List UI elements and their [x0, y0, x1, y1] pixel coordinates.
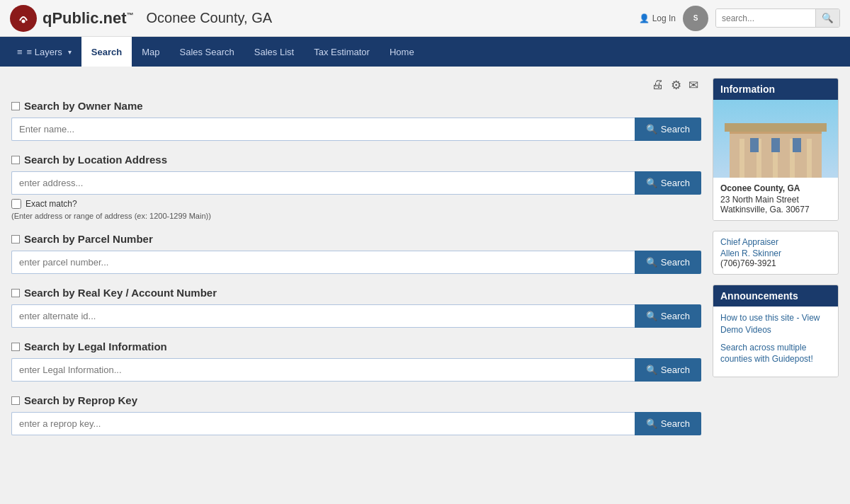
search-icon-2: 🔍: [646, 178, 657, 188]
main-layout: 🖨 ⚙ ✉ Search by Owner Name 🔍 Search Se: [0, 67, 850, 459]
county-address2: Watkinsville, Ga. 30677: [720, 205, 810, 214]
county-name: Oconee County, GA: [720, 183, 831, 193]
exact-match-checkbox[interactable]: [11, 199, 21, 209]
legal-info-header: Search by Legal Information: [11, 340, 701, 353]
reprop-key-header: Search by Reprop Key: [11, 394, 701, 406]
legal-info-title: Search by Legal Information: [24, 340, 167, 353]
exact-match-row: Exact match?: [11, 199, 701, 209]
legal-info-toggle[interactable]: [11, 343, 20, 351]
chevron-down-icon: ▾: [68, 48, 72, 56]
search-icon-6: 🔍: [646, 418, 657, 429]
reprop-key-title: Search by Reprop Key: [24, 394, 137, 406]
owner-name-input-row: 🔍 Search: [11, 118, 701, 141]
location-address-input[interactable]: [11, 171, 635, 195]
schneider-logo: S: [683, 6, 708, 31]
location-address-title: Search by Location Address: [24, 154, 167, 166]
header-search-input[interactable]: [716, 9, 815, 27]
location-address-toggle[interactable]: [11, 156, 20, 164]
logo-text: qPublic.net™: [42, 9, 134, 28]
nav-search[interactable]: Search: [81, 37, 132, 67]
logo-area: qPublic.net™: [10, 5, 134, 32]
appraiser-box: Chief Appraiser Allen R. Skinner (706)76…: [713, 231, 839, 275]
legal-info-input-row: 🔍 Search: [11, 358, 701, 382]
location-address-input-row: 🔍 Search: [11, 171, 701, 195]
header-right: 👤 Log In S 🔍: [639, 6, 840, 31]
logo-icon: [10, 5, 37, 32]
announcements-body: How to use this site - View Demo Videos …: [713, 307, 838, 377]
announcements-header: Announcements: [713, 285, 838, 307]
parcel-number-section: Search by Parcel Number 🔍 Search: [11, 233, 701, 274]
nav-bar: ≡ ≡ Layers ▾ Search Map Sales Search Sal…: [0, 37, 850, 67]
top-header: qPublic.net™ Oconee County, GA 👤 Log In …: [0, 0, 850, 37]
owner-name-title: Search by Owner Name: [24, 100, 143, 112]
svg-point-0: [16, 11, 30, 25]
search-icon-4: 🔍: [646, 311, 657, 321]
settings-icon[interactable]: ⚙: [671, 78, 681, 93]
parcel-number-input-row: 🔍 Search: [11, 251, 701, 274]
reprop-key-input[interactable]: [11, 412, 635, 435]
header-search-button[interactable]: 🔍: [815, 9, 839, 27]
left-content: 🖨 ⚙ ✉ Search by Owner Name 🔍 Search Se: [11, 78, 701, 448]
legal-info-search-button[interactable]: 🔍 Search: [635, 358, 701, 382]
location-address-search-button[interactable]: 🔍 Search: [635, 171, 701, 195]
address-hint: (Enter address or range of address (ex: …: [11, 212, 701, 220]
location-address-header: Search by Location Address: [11, 154, 701, 166]
nav-home[interactable]: Home: [380, 37, 424, 67]
owner-name-search-button[interactable]: 🔍 Search: [635, 118, 701, 141]
county-building-image: [713, 100, 838, 178]
nav-layers-button[interactable]: ≡ ≡ Layers ▾: [7, 37, 81, 67]
real-key-input[interactable]: [11, 304, 635, 328]
layers-label: ≡ Layers: [27, 47, 62, 57]
county-address1: 23 North Main Street: [720, 195, 799, 205]
owner-name-section: Search by Owner Name 🔍 Search: [11, 100, 701, 141]
header-search: 🔍: [715, 8, 840, 28]
search-icon-5: 🔍: [646, 365, 657, 375]
announcements-box: Announcements How to use this site - Vie…: [713, 285, 839, 377]
reprop-key-search-button[interactable]: 🔍 Search: [635, 412, 701, 435]
real-key-search-button[interactable]: 🔍 Search: [635, 304, 701, 328]
real-key-toggle[interactable]: [11, 289, 20, 297]
exact-match-label: Exact match?: [26, 199, 77, 209]
info-box: Information: [713, 78, 839, 221]
search-icon-3: 🔍: [646, 257, 657, 268]
county-title: Oconee County, GA: [147, 10, 273, 26]
reprop-key-section: Search by Reprop Key 🔍 Search: [11, 394, 701, 435]
info-header: Information: [713, 79, 838, 100]
owner-name-toggle[interactable]: [11, 102, 20, 110]
parcel-number-search-button[interactable]: 🔍 Search: [635, 251, 701, 274]
layers-icon: ≡: [17, 47, 23, 57]
parcel-number-toggle[interactable]: [11, 235, 20, 244]
nav-map[interactable]: Map: [132, 37, 169, 67]
search-icon-1: 🔍: [646, 124, 657, 134]
nav-sales-search[interactable]: Sales Search: [169, 37, 244, 67]
mail-icon[interactable]: ✉: [688, 78, 698, 93]
toolbar-row: 🖨 ⚙ ✉: [11, 78, 701, 93]
info-body: Oconee County, GA 23 North Main Street W…: [713, 178, 838, 220]
parcel-number-title: Search by Parcel Number: [24, 233, 153, 245]
real-key-section: Search by Real Key / Account Number 🔍 Se…: [11, 287, 701, 328]
appraiser-name: Allen R. Skinner: [720, 248, 831, 258]
real-key-header: Search by Real Key / Account Number: [11, 287, 701, 299]
announcement-link-2[interactable]: Search across multiple counties with Gui…: [720, 342, 831, 366]
legal-info-section: Search by Legal Information 🔍 Search: [11, 340, 701, 382]
nav-tax-estimator[interactable]: Tax Estimator: [304, 37, 380, 67]
right-sidebar: Information: [713, 78, 839, 448]
appraiser-phone: (706)769-3921: [720, 258, 831, 268]
owner-name-input[interactable]: [11, 118, 635, 141]
location-address-section: Search by Location Address 🔍 Search Exac…: [11, 154, 701, 220]
reprop-key-toggle[interactable]: [11, 396, 20, 405]
svg-point-1: [22, 19, 26, 23]
nav-sales-list[interactable]: Sales List: [244, 37, 304, 67]
legal-info-input[interactable]: [11, 358, 635, 382]
parcel-number-input[interactable]: [11, 251, 635, 274]
announcement-link-1[interactable]: How to use this site - View Demo Videos: [720, 312, 831, 336]
chief-appraiser-label: Chief Appraiser: [720, 237, 831, 247]
real-key-title: Search by Real Key / Account Number: [24, 287, 217, 299]
print-icon[interactable]: 🖨: [652, 78, 664, 93]
reprop-key-input-row: 🔍 Search: [11, 412, 701, 435]
real-key-input-row: 🔍 Search: [11, 304, 701, 328]
login-button[interactable]: 👤 Log In: [639, 13, 676, 23]
person-icon: 👤: [639, 13, 650, 23]
owner-name-header: Search by Owner Name: [11, 100, 701, 112]
parcel-number-header: Search by Parcel Number: [11, 233, 701, 245]
